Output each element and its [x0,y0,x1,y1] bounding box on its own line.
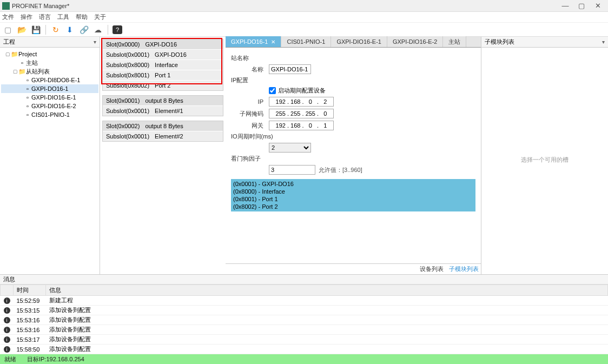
center-bottom-tabs: 设备列表 子模块列表 [226,263,481,274]
col-time: 时间 [14,285,46,296]
titlebar: PROFINET Manager* — ▢ ✕ [0,0,608,12]
log-row: i15:53:16添加设备到配置 [1,325,608,335]
highlight-item[interactable]: (0x8000) - Interface [233,188,473,195]
slot-group: Slot(0x0001)output 8 BytesSubslot(0x0001… [102,95,223,116]
project-panel-header: 工程 ▾ [0,37,100,48]
project-panel-title: 工程 [3,38,15,46]
subslot-row[interactable]: Subslot(0x0001)GXPI-DO16 [103,49,223,59]
log-row: i15:58:50添加设备到配置 [1,345,608,354]
slot-head[interactable]: Slot(0x0001)output 8 Bytes [103,96,223,105]
gateway-label: 网关 [231,122,263,130]
center-panel: GXPI-DO16-1✕CIS01-PNIO-1GXPI-DIO16-E-1GX… [226,37,481,274]
tree-item[interactable]: ▫GXPI-DIO16-E-1 [1,93,98,102]
tree-item[interactable]: ▫CIS01-PNIO-1 [1,110,98,119]
highlight-item[interactable]: (0x8001) - Port 1 [233,195,473,203]
dropdown-icon[interactable]: ▾ [602,39,605,45]
menubar: 文件 操作 语言 工具 帮助 关于 [0,12,608,23]
slots-panel: Slot(0x0000)GXPI-DO16Subslot(0x0001)GXPI… [100,37,226,274]
slot-head[interactable]: Slot(0x0002)output 8 Bytes [103,121,223,131]
subslot-row[interactable]: Subslot(0x8002)Port 2 [103,80,223,90]
mask-input[interactable] [269,109,334,118]
subslot-row[interactable]: Subslot(0x8001)Port 1 [103,70,223,80]
editor-tab[interactable]: CIS01-PNIO-1 [281,36,331,47]
mask-label: 子网掩码 [231,110,263,118]
main-area: 工程 ▾ ▢📁Project ▫主站 ▢📁从站列表 ▫GXPI-DI8DO8-E… [0,37,608,274]
close-icon[interactable]: ✕ [271,39,275,45]
window-title: PROFINET Manager* [12,3,557,9]
open-icon[interactable]: 📂 [16,24,27,35]
status-target: 目标IP:192.168.0.254 [27,355,84,363]
save-icon[interactable]: 💾 [30,24,41,35]
cycle-select[interactable]: 2 [269,143,311,153]
editor-tab[interactable]: GXPI-DIO16-E-2 [387,36,444,47]
dropdown-icon[interactable]: ▾ [94,39,96,45]
tree-item[interactable]: ▫GXPI-DI8DO8-E-1 [1,76,98,84]
submodule-panel-title: 子模块列表 [485,38,514,46]
tree-root[interactable]: ▢📁Project [1,50,98,58]
project-tree: ▢📁Project ▫主站 ▢📁从站列表 ▫GXPI-DI8DO8-E-1▫GX… [0,48,100,274]
slot-group: Slot(0x0002)output 8 BytesSubslot(0x0001… [102,121,223,142]
watchdog-hint: 允许值：[3..960] [319,166,362,174]
tree-item[interactable]: ▫GXPI-DIO16-E-2 [1,102,98,110]
menu-about[interactable]: 关于 [94,13,106,21]
subslot-row[interactable]: Subslot(0x0001)Element#1 [103,105,223,116]
tab-submodules[interactable]: 子模块列表 [449,265,479,273]
config-form: 站名称 名称 IP配置 启动期间配置设备 IP 子网掩码 网关 [226,48,481,263]
section-ip: IP配置 [231,76,475,84]
highlight-item[interactable]: (0x0001) - GXPI-DO16 [233,180,473,188]
help-icon[interactable]: ? [113,25,122,34]
section-cycle: IO周期时间(ms) [231,133,475,141]
download-icon[interactable]: ⬇ [64,24,75,35]
close-button[interactable]: ✕ [590,1,606,11]
tab-devices[interactable]: 设备列表 [420,265,444,273]
log-table: 时间 信息 i15:52:59新建工程i15:53:15添加设备到配置i15:5… [0,284,608,354]
watchdog-input[interactable] [269,165,315,175]
submodule-panel: 子模块列表 ▾ 选择一个可用的槽 [481,37,608,274]
app-icon [2,2,10,10]
ip-input[interactable] [269,97,334,107]
name-input[interactable] [269,64,311,74]
toolbar: ▢ 📂 💾 ↻ ⬇ 🔗 ☁ ? [0,23,608,37]
gateway-input[interactable] [269,121,334,130]
refresh-icon[interactable]: ↻ [50,24,61,35]
tree-master[interactable]: ▫主站 [1,58,98,67]
highlight-item[interactable]: (0x8002) - Port 2 [233,203,473,210]
log-panel-header: 消息 [0,275,608,284]
separator [45,25,46,35]
name-label: 名称 [231,65,263,74]
tree-item[interactable]: ▫GXPI-DO16-1 [1,84,98,93]
menu-file[interactable]: 文件 [2,13,14,21]
submodule-highlight-list: (0x0001) - GXPI-DO16(0x8000) - Interface… [231,179,475,211]
cloud-icon[interactable]: ☁ [92,24,103,35]
section-station: 站名称 [231,54,475,62]
connect-icon[interactable]: 🔗 [78,24,89,35]
minimize-button[interactable]: — [557,1,573,11]
log-panel: 消息 时间 信息 i15:52:59新建工程i15:53:15添加设备到配置i1… [0,274,608,354]
placeholder-text: 选择一个可用的槽 [481,156,608,164]
submodule-panel-body: 选择一个可用的槽 [481,48,608,274]
startup-checkbox[interactable] [269,87,276,94]
section-watchdog: 看门狗因子 [231,155,475,163]
menu-operate[interactable]: 操作 [21,13,32,21]
maximize-button[interactable]: ▢ [573,1,590,11]
log-panel-title: 消息 [3,275,15,283]
editor-tabs: GXPI-DO16-1✕CIS01-PNIO-1GXPI-DIO16-E-1GX… [226,37,481,48]
menu-tools[interactable]: 工具 [57,13,69,21]
submodule-panel-header: 子模块列表 ▾ [481,37,608,48]
slot-head[interactable]: Slot(0x0000)GXPI-DO16 [103,39,223,49]
editor-tab[interactable]: GXPI-DO16-1✕ [226,36,281,47]
ip-label: IP [231,98,263,105]
menu-help[interactable]: 帮助 [76,13,88,21]
status-ready: 就绪 [4,355,16,363]
editor-tab[interactable]: 主站 [443,36,466,47]
menu-language[interactable]: 语言 [39,13,51,21]
statusbar: 就绪 目标IP:192.168.0.254 [0,354,608,364]
log-row: i15:53:16添加设备到配置 [1,315,608,325]
new-icon[interactable]: ▢ [2,24,13,35]
editor-tab[interactable]: GXPI-DIO16-E-1 [331,36,387,47]
tree-slaves[interactable]: ▢📁从站列表 [1,67,98,76]
subslot-row[interactable]: Subslot(0x8000)Interface [103,59,223,70]
slot-group: Slot(0x0000)GXPI-DO16Subslot(0x0001)GXPI… [102,39,223,91]
project-panel: 工程 ▾ ▢📁Project ▫主站 ▢📁从站列表 ▫GXPI-DI8DO8-E… [0,37,100,274]
subslot-row[interactable]: Subslot(0x0001)Element#2 [103,131,223,141]
